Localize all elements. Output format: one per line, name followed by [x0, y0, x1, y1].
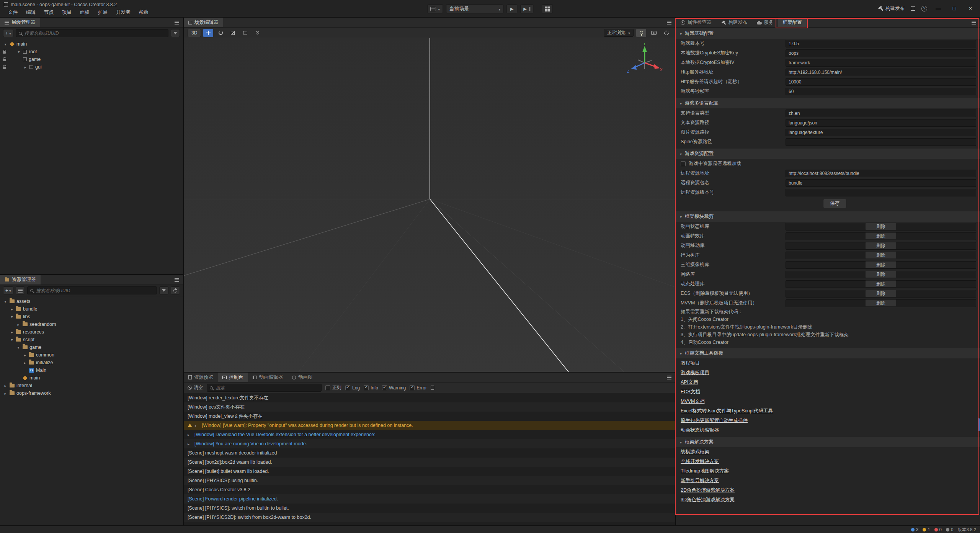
section-header-docs[interactable]: 框架文档工具链接: [676, 348, 980, 358]
tree-row[interactable]: main: [0, 374, 183, 382]
solution-link[interactable]: 3D角色扮演游戏解决方案: [681, 497, 735, 503]
package-icon[interactable]: [911, 6, 915, 11]
section-header-resource[interactable]: 游戏资源配置: [676, 149, 980, 159]
field-input[interactable]: [786, 40, 976, 47]
caret-icon[interactable]: [23, 64, 28, 70]
caret-icon[interactable]: [23, 352, 27, 358]
caret-icon[interactable]: [23, 360, 27, 365]
error-count-badge[interactable]: 0: [934, 527, 942, 532]
menu-edit[interactable]: 编辑: [22, 8, 40, 17]
log-row[interactable]: [Window] render_texture文件夹不存在: [184, 393, 675, 402]
tree-row[interactable]: assets: [0, 298, 183, 305]
tab-framework-config[interactable]: 框架配置: [778, 18, 807, 27]
step-button[interactable]: ▶: [520, 4, 533, 13]
field-input[interactable]: [786, 138, 976, 146]
field-input[interactable]: [786, 129, 976, 136]
delete-module-button[interactable]: 删除: [865, 271, 897, 278]
log-row[interactable]: [Scene] [PHYSICS]: switch from builtin t…: [184, 504, 675, 513]
tab-asset-preview[interactable]: 资源预览: [184, 373, 218, 382]
caret-icon[interactable]: [16, 49, 21, 54]
scene-light-button[interactable]: [636, 29, 646, 37]
log-count-badge[interactable]: 3: [911, 527, 918, 532]
tab-scene-editor[interactable]: 场景编辑器: [184, 18, 223, 27]
hierarchy-filter-button[interactable]: [171, 29, 180, 37]
create-node-button[interactable]: +: [3, 29, 13, 37]
tree-row[interactable]: game: [0, 343, 183, 351]
rotate-tool-button[interactable]: [216, 29, 225, 37]
caret-icon[interactable]: [10, 306, 14, 312]
log-row[interactable]: [Window] model_view文件夹不存在: [184, 412, 675, 421]
menu-panel[interactable]: 面板: [76, 8, 94, 17]
assets-search-input[interactable]: [36, 288, 154, 293]
tab-property-inspector[interactable]: 属性检查器: [676, 18, 716, 27]
save-button[interactable]: 保存: [823, 199, 846, 208]
toggle-2d3d-button[interactable]: 3D: [188, 29, 201, 37]
log-row[interactable]: [Scene] [PHYSICS2D]: switch from box2d-w…: [184, 513, 675, 522]
log-row[interactable]: [Scene] meshopt wasm decoder initialized: [184, 448, 675, 458]
minimize-button[interactable]: —: [933, 5, 943, 11]
filter-log[interactable]: Log: [345, 385, 360, 391]
inspector-menu-button[interactable]: [968, 18, 980, 27]
delete-module-button[interactable]: 删除: [865, 261, 897, 268]
caret-icon[interactable]: [3, 383, 8, 388]
checkbox[interactable]: [345, 385, 350, 390]
filter-error[interactable]: Error: [410, 385, 427, 391]
delete-module-button[interactable]: 删除: [865, 252, 897, 259]
caret-icon[interactable]: [10, 314, 14, 319]
expand-caret-icon[interactable]: [188, 442, 192, 446]
log-row-info[interactable]: [Window] Download the Vue Devtools exten…: [184, 430, 675, 439]
doc-link[interactable]: Excel格式转Json文件与TypeScript代码工具: [681, 408, 773, 414]
console-clear-button[interactable]: 清空: [188, 384, 203, 391]
tree-row[interactable]: gui: [0, 63, 183, 71]
filter-info[interactable]: Info: [364, 385, 378, 391]
tree-row[interactable]: resources: [0, 328, 183, 336]
field-input[interactable]: [786, 88, 976, 95]
doc-link[interactable]: 动画状态机编辑器: [681, 427, 719, 433]
tab-hierarchy[interactable]: 层级管理器: [0, 18, 40, 27]
delete-module-button[interactable]: 删除: [865, 242, 897, 249]
field-input[interactable]: [786, 59, 976, 67]
tree-row[interactable]: common: [0, 351, 183, 359]
section-header-language[interactable]: 游戏多语言配置: [676, 98, 980, 108]
caret-icon[interactable]: [3, 391, 8, 396]
create-asset-button[interactable]: +: [3, 286, 13, 294]
log-row[interactable]: [Window] ecs文件夹不存在: [184, 402, 675, 412]
filter-regex[interactable]: 正则: [325, 384, 341, 391]
build-publish-button[interactable]: 构建发布: [878, 5, 905, 12]
console-export-icon[interactable]: [431, 386, 434, 390]
log-row[interactable]: [Scene] [bullet]:bullet wasm lib loaded.: [184, 467, 675, 476]
tree-row[interactable]: TSMain: [0, 366, 183, 374]
section-header-basic[interactable]: 游戏基础配置: [676, 28, 980, 39]
play-button[interactable]: ▶: [506, 4, 517, 13]
close-button[interactable]: ×: [965, 5, 975, 11]
maximize-button[interactable]: □: [949, 5, 959, 11]
tree-row[interactable]: script: [0, 336, 183, 343]
scene-camera-button[interactable]: [649, 29, 659, 37]
pivot-tool-button[interactable]: [252, 29, 262, 37]
field-input[interactable]: [786, 119, 976, 127]
tab-service[interactable]: 服务: [752, 18, 778, 27]
scene-viewport[interactable]: Y X Z: [184, 38, 675, 372]
tree-row[interactable]: seedrandom: [0, 320, 183, 328]
expand-caret-icon[interactable]: [195, 423, 199, 428]
layout-button[interactable]: [542, 4, 553, 13]
caret-icon[interactable]: [3, 299, 8, 304]
log-row[interactable]: [Scene] [PHYSICS]: using builtin.: [184, 476, 675, 485]
preview-platform-button[interactable]: [427, 4, 443, 13]
tree-row[interactable]: main: [0, 40, 183, 48]
tree-row[interactable]: game: [0, 56, 183, 63]
doc-link[interactable]: ECS文档: [681, 389, 700, 395]
view-mode-dropdown[interactable]: 正常浏览: [604, 29, 634, 37]
notice-count-badge[interactable]: 0: [946, 527, 953, 532]
field-input[interactable]: [786, 179, 976, 187]
log-row-warning[interactable]: [Window] [Vue warn]: Property "onInput" …: [184, 421, 675, 430]
field-input[interactable]: [786, 170, 976, 177]
tab-animation-graph[interactable]: 动画图: [287, 373, 317, 382]
assets-filter-button[interactable]: [159, 286, 168, 294]
tree-row[interactable]: initialize: [0, 359, 183, 366]
solution-link[interactable]: 全栈开发解决方案: [681, 458, 719, 465]
menu-extension[interactable]: 扩展: [94, 8, 112, 17]
delete-module-button[interactable]: 删除: [865, 280, 897, 288]
tab-animation-editor[interactable]: 动画编辑器: [248, 373, 288, 382]
doc-link[interactable]: API文档: [681, 379, 698, 386]
